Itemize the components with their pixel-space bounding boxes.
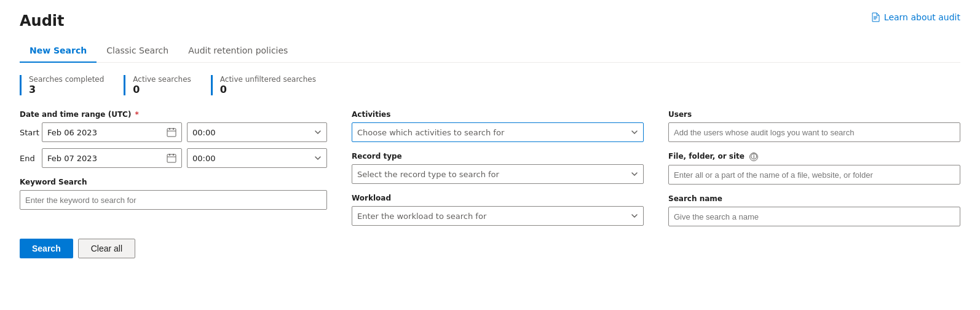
date-range-section: Start Feb 06 2023 00:00: [20, 122, 327, 168]
search-name-input[interactable]: [668, 207, 960, 226]
search-button[interactable]: Search: [20, 239, 73, 258]
chevron-down-icon-record-type: [631, 170, 638, 178]
end-label: End: [20, 154, 37, 163]
record-type-placeholder: Select the record type to search for: [357, 170, 628, 179]
file-folder-site-input[interactable]: [668, 165, 960, 185]
record-type-dropdown[interactable]: Select the record type to search for: [352, 164, 644, 184]
tab-new-search[interactable]: New Search: [20, 39, 97, 63]
users-label: Users: [668, 110, 960, 119]
button-row: Search Clear all: [20, 239, 960, 258]
search-name-group: Search name: [668, 194, 960, 226]
stat-active-searches-value: 0: [133, 84, 191, 95]
svg-rect-7: [167, 154, 176, 162]
svg-rect-3: [167, 129, 176, 137]
activities-placeholder: Choose which activities to search for: [357, 128, 628, 137]
date-time-label: Date and time range (UTC) *: [20, 110, 327, 119]
start-date-text: Feb 06 2023: [47, 128, 164, 137]
form-col-2: Activities Choose which activities to se…: [352, 110, 644, 226]
workload-group: Workload Enter the workload to search fo…: [352, 194, 644, 226]
start-label: Start: [20, 128, 37, 137]
top-bar: Audit Learn about audit: [20, 12, 960, 30]
clear-all-button[interactable]: Clear all: [78, 239, 135, 258]
chevron-down-icon-start-time: [314, 129, 322, 136]
file-folder-site-label: File, folder, or site ⓘ: [668, 152, 960, 161]
keyword-search-label: Keyword Search: [20, 178, 327, 186]
stat-active-searches-label: Active searches: [133, 75, 191, 84]
workload-dropdown[interactable]: Enter the workload to search for: [352, 206, 644, 226]
end-time-select[interactable]: 00:00: [187, 148, 327, 168]
form-section: Date and time range (UTC) * Start Feb 06…: [20, 110, 960, 226]
chevron-down-icon-workload: [631, 212, 638, 220]
users-group: Users: [668, 110, 960, 142]
stat-active-unfiltered-value: 0: [220, 84, 316, 95]
learn-link-text: Learn about audit: [884, 12, 960, 22]
date-time-group: Date and time range (UTC) * Start Feb 06…: [20, 110, 327, 168]
form-col-3: Users File, folder, or site ⓘ Search nam…: [668, 110, 960, 226]
activities-label: Activities: [352, 110, 644, 119]
audit-page: Audit Learn about audit New Search Class…: [0, 0, 980, 310]
tab-classic-search[interactable]: Classic Search: [97, 39, 178, 63]
start-time-text: 00:00: [192, 128, 312, 137]
stat-searches-completed-value: 3: [29, 84, 104, 95]
users-input[interactable]: [668, 122, 960, 142]
activities-group: Activities Choose which activities to se…: [352, 110, 644, 142]
start-date-row: Start Feb 06 2023 00:00: [20, 122, 327, 142]
workload-label: Workload: [352, 194, 644, 202]
stat-active-unfiltered: Active unfiltered searches 0: [211, 75, 316, 95]
learn-about-audit-link[interactable]: Learn about audit: [871, 12, 960, 22]
end-date-text: Feb 07 2023: [47, 154, 164, 163]
calendar-icon-end[interactable]: [167, 153, 176, 163]
record-type-group: Record type Select the record type to se…: [352, 152, 644, 184]
chevron-down-icon-activities: [631, 129, 638, 136]
tabs-container: New Search Classic Search Audit retentio…: [20, 39, 960, 63]
stat-active-unfiltered-label: Active unfiltered searches: [220, 75, 316, 84]
keyword-search-input[interactable]: [20, 190, 327, 210]
info-icon-file-folder[interactable]: ⓘ: [749, 153, 758, 161]
start-date-input[interactable]: Feb 06 2023: [42, 122, 182, 142]
file-folder-site-group: File, folder, or site ⓘ: [668, 152, 960, 185]
stats-row: Searches completed 3 Active searches 0 A…: [20, 75, 960, 95]
chevron-down-icon-end-time: [314, 154, 322, 162]
keyword-search-group: Keyword Search: [20, 178, 327, 210]
document-icon: [871, 12, 880, 22]
stat-active-searches: Active searches 0: [124, 75, 191, 95]
calendar-icon-start[interactable]: [167, 127, 176, 137]
search-name-label: Search name: [668, 194, 960, 203]
start-time-select[interactable]: 00:00: [187, 122, 327, 142]
form-col-1: Date and time range (UTC) * Start Feb 06…: [20, 110, 327, 226]
activities-dropdown[interactable]: Choose which activities to search for: [352, 122, 644, 142]
tab-audit-retention-policies[interactable]: Audit retention policies: [178, 39, 298, 63]
page-title: Audit: [20, 12, 65, 30]
stat-searches-completed: Searches completed 3: [20, 75, 104, 95]
workload-placeholder: Enter the workload to search for: [357, 212, 628, 221]
record-type-label: Record type: [352, 152, 644, 161]
end-date-input[interactable]: Feb 07 2023: [42, 148, 182, 168]
stat-searches-completed-label: Searches completed: [29, 75, 104, 84]
end-time-text: 00:00: [192, 154, 312, 163]
end-date-row: End Feb 07 2023 00:00: [20, 148, 327, 168]
